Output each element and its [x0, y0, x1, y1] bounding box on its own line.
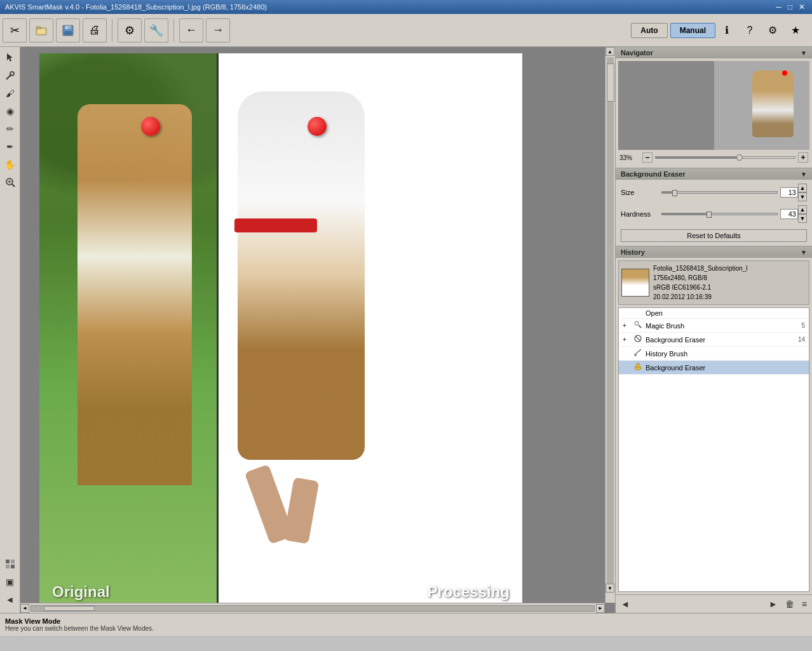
- save-btn[interactable]: [56, 18, 80, 43]
- scroll-up-btn[interactable]: ▲: [606, 47, 614, 56]
- undo-btn[interactable]: ←: [179, 18, 203, 43]
- history-header[interactable]: History ▼: [616, 246, 812, 258]
- canvas-label-processing: Processing: [428, 583, 510, 601]
- size-slider[interactable]: [661, 191, 778, 194]
- history-play-btn[interactable]: ►: [766, 598, 780, 610]
- canvas-area[interactable]: Original Processing: [20, 47, 615, 613]
- hardness-value-control: ▲ ▼: [780, 205, 807, 223]
- size-label: Size: [621, 189, 659, 196]
- scroll-right-btn[interactable]: ►: [596, 604, 605, 613]
- tool-hand[interactable]: ✋: [2, 156, 18, 173]
- zoom-slider[interactable]: [655, 156, 795, 159]
- star-btn[interactable]: ★: [787, 22, 804, 39]
- auto-mode-btn[interactable]: Auto: [631, 23, 667, 38]
- tool-zoom[interactable]: [2, 174, 18, 191]
- history-item-bg-eraser-2[interactable]: Background Eraser: [619, 361, 809, 375]
- manual-mode-btn[interactable]: Manual: [670, 23, 715, 38]
- tool-pen[interactable]: ✒: [2, 138, 18, 155]
- svg-rect-4: [65, 25, 71, 29]
- history-item-history-brush[interactable]: History Brush: [619, 347, 809, 361]
- history-item-bg-eraser-1[interactable]: + Background Eraser 14: [619, 333, 809, 347]
- bg-eraser-1-count: 14: [798, 336, 805, 343]
- navigator-header[interactable]: Navigator ▼: [616, 47, 812, 58]
- gear-icon[interactable]: ⚙: [764, 22, 782, 39]
- svg-rect-6: [66, 27, 67, 29]
- history-back-btn[interactable]: ◄: [618, 598, 632, 610]
- history-magic-brush-label: Magic Brush: [646, 322, 684, 330]
- history-thumbnail: [621, 269, 649, 297]
- zoom-slider-thumb[interactable]: [736, 154, 743, 161]
- scissors-btn[interactable]: ✂: [3, 18, 27, 43]
- history-delete-btn[interactable]: 🗑: [783, 598, 797, 610]
- tool-magic-wand[interactable]: [2, 67, 18, 84]
- separator-2: [173, 19, 174, 42]
- print-btn[interactable]: 🖨: [83, 18, 107, 43]
- tool-grid[interactable]: [2, 556, 18, 572]
- size-decrement-btn[interactable]: ▼: [798, 192, 807, 201]
- hardness-slider-thumb[interactable]: [707, 211, 712, 218]
- svg-rect-18: [6, 565, 10, 568]
- scroll-left-btn[interactable]: ◄: [20, 604, 29, 613]
- zoom-minus-btn[interactable]: −: [642, 152, 653, 163]
- separator-1: [112, 19, 112, 42]
- right-panel: Navigator ▼ 33% −: [615, 47, 812, 613]
- settings-btn[interactable]: ⚙: [118, 18, 142, 43]
- open-btn[interactable]: [29, 18, 53, 43]
- bg-eraser-title: Background Eraser: [621, 170, 685, 178]
- tool-pencil[interactable]: ✏: [2, 121, 18, 137]
- size-value-input[interactable]: [780, 187, 798, 198]
- tool-eraser[interactable]: ◉: [2, 103, 18, 119]
- toolbar: ✂ 🖨 ⚙ 🔧 ← → Auto Manual ℹ ? ⚙ ★: [0, 14, 812, 47]
- v-scroll-thumb[interactable]: [607, 64, 614, 102]
- horizontal-scrollbar[interactable]: ◄ ►: [20, 603, 605, 613]
- tool-brush[interactable]: 🖌: [2, 85, 18, 102]
- h-scroll-track[interactable]: [30, 605, 595, 612]
- size-row: Size ▲ ▼: [621, 184, 807, 201]
- history-item-magic-brush[interactable]: + Magic Brush 5: [619, 319, 809, 333]
- size-slider-thumb[interactable]: [672, 190, 677, 196]
- maximize-btn[interactable]: □: [786, 3, 794, 11]
- canvas-label-original: Original: [52, 583, 110, 601]
- reset-defaults-btn[interactable]: Reset to Defaults: [621, 229, 807, 242]
- redo-btn[interactable]: →: [206, 18, 230, 43]
- close-btn[interactable]: ✕: [797, 3, 807, 11]
- history-arrow: ▼: [801, 249, 807, 256]
- bg-eraser-section: Background Eraser ▼ Size ▲ ▼: [616, 168, 812, 246]
- main-layout: 🖌 ◉ ✏ ✒ ✋ ▣ ◄: [0, 47, 812, 613]
- tool-layers[interactable]: ▣: [2, 574, 18, 590]
- info-btn[interactable]: ℹ: [718, 22, 736, 39]
- history-state-item: Fotolia_15268418_Subscription_l 1756x248…: [618, 260, 809, 305]
- history-list[interactable]: Open + Magic Brush 5 +: [618, 307, 809, 592]
- svg-rect-17: [11, 560, 15, 563]
- history-panel: Fotolia_15268418_Subscription_l 1756x248…: [616, 258, 812, 594]
- tool-pointer[interactable]: [2, 50, 18, 66]
- size-increment-btn[interactable]: ▲: [798, 184, 807, 192]
- left-panel-bottom: ▣ ◄: [2, 556, 18, 610]
- hardness-decrement-btn[interactable]: ▼: [798, 214, 807, 223]
- history-item-open[interactable]: Open: [619, 308, 809, 319]
- scroll-down-btn[interactable]: ▼: [606, 584, 614, 593]
- hardness-value-input[interactable]: [780, 209, 798, 219]
- navigator-panel: 33% − +: [616, 58, 812, 168]
- canvas-container: Original Processing: [39, 53, 522, 606]
- minimize-btn[interactable]: ─: [774, 3, 783, 11]
- h-scroll-thumb[interactable]: [44, 606, 95, 611]
- tools-btn[interactable]: 🔧: [144, 18, 168, 43]
- history-info: Fotolia_15268418_Subscription_l 1756x248…: [653, 264, 747, 302]
- bg-eraser-header[interactable]: Background Eraser ▼: [616, 168, 812, 180]
- tool-arrow-left[interactable]: ◄: [2, 591, 18, 608]
- history-bg-eraser-2-label: Background Eraser: [646, 364, 705, 372]
- hardness-increment-btn[interactable]: ▲: [798, 205, 807, 214]
- help-btn[interactable]: ?: [741, 22, 759, 39]
- magic-brush-icon: [633, 320, 643, 331]
- v-scroll-track[interactable]: [607, 57, 614, 593]
- hardness-slider[interactable]: [661, 213, 778, 215]
- svg-line-13: [12, 184, 15, 187]
- vertical-scrollbar[interactable]: ▲ ▼: [605, 47, 615, 603]
- zoom-bar: 33% − +: [618, 150, 809, 165]
- magic-brush-count: 5: [801, 322, 805, 329]
- history-menu-btn[interactable]: ≡: [799, 598, 809, 610]
- zoom-plus-btn[interactable]: +: [798, 152, 808, 163]
- bg-eraser-icon-2: [633, 362, 643, 373]
- bg-eraser-arrow: ▼: [801, 171, 807, 178]
